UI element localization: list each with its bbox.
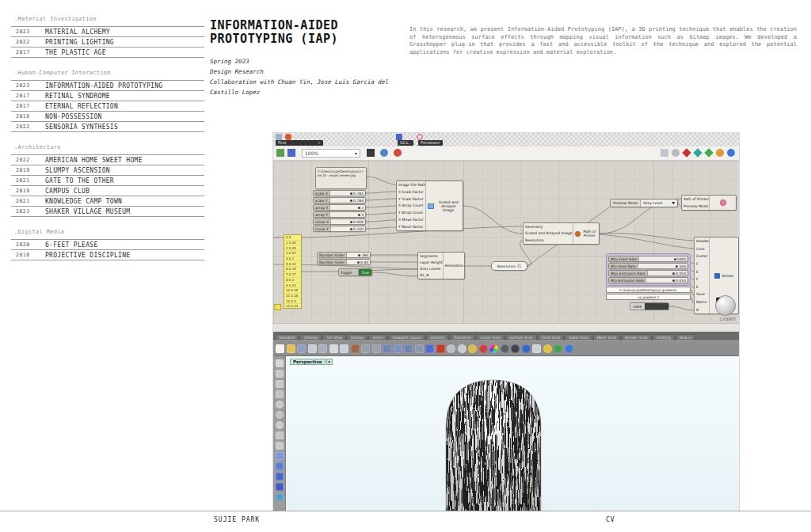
input-port-label[interactable]: Layer Height <box>420 260 443 264</box>
rhino-tab[interactable]: Mesh Tools <box>593 334 620 340</box>
rhino-tab[interactable]: Select <box>368 334 387 340</box>
cut-icon[interactable] <box>318 344 327 353</box>
draw-pen-icon[interactable] <box>394 149 402 157</box>
layers-icon[interactable] <box>532 344 541 353</box>
input-port-label[interactable]: Header <box>696 239 709 243</box>
open-file-icon[interactable] <box>287 344 295 353</box>
lock-icon[interactable] <box>458 344 466 353</box>
circle-icon[interactable] <box>276 401 284 408</box>
grasshopper-canvas[interactable]: C:\Users\sujie\Desktop\arch tex 10 - woo… <box>273 161 739 323</box>
rhino-tab[interactable]: CPlanes <box>299 334 322 340</box>
rhino-viewport[interactable]: Perspective ▾ <box>286 356 739 511</box>
ellipse-icon[interactable] <box>276 421 284 429</box>
component-output[interactable]: Scaled and Arrayed Image <box>425 181 463 230</box>
point-icon[interactable] <box>276 370 284 378</box>
slider-knob-icon[interactable] <box>676 265 678 268</box>
earth-icon[interactable] <box>554 344 562 353</box>
slider-knob-icon[interactable] <box>357 261 360 264</box>
input-port-label[interactable]: F <box>696 277 709 281</box>
rhino-tab[interactable]: New in <box>676 334 695 340</box>
resolution-component[interactable]: SegmentsLayer HeightGrey LevelsGL_N Reso… <box>417 252 465 279</box>
pointer-icon[interactable] <box>276 359 284 367</box>
project-link[interactable]: 2023 SHAKER VILLAGE MUSEUM <box>11 207 204 217</box>
rhino-tab[interactable]: Transform <box>450 334 475 340</box>
input-port-label[interactable]: Y Scale Factor <box>398 197 425 201</box>
curve-icon[interactable] <box>276 390 284 398</box>
mesh-sphere-icon[interactable] <box>276 493 284 501</box>
number-slider[interactable]: Max Extrusion Rate 0.050 <box>608 270 688 276</box>
input-port-label[interactable]: Resolution <box>525 238 573 242</box>
sun-icon[interactable] <box>543 344 552 353</box>
tab-first[interactable]: First + <box>276 140 323 146</box>
minimized-panel-icon[interactable] <box>274 304 281 310</box>
input-port-label[interactable]: E <box>696 285 709 289</box>
slider-knob-icon[interactable] <box>350 200 352 202</box>
zoom-icon[interactable] <box>383 344 391 353</box>
project-link[interactable]: 2022 PRINTING LIGHTING <box>11 37 204 48</box>
add-tab-icon[interactable]: + <box>318 140 321 146</box>
project-link[interactable]: 2022 AMERICAN HOME SWEET HOME <box>11 155 204 165</box>
project-link[interactable]: 2017 ETERNAL REFLECTION <box>11 101 204 112</box>
arc-icon[interactable] <box>276 411 284 419</box>
rhino-tab[interactable]: Viewport Layout <box>388 334 425 340</box>
preview-off-icon[interactable] <box>672 149 680 157</box>
rectangle-icon[interactable] <box>276 431 284 439</box>
sweep-icon[interactable] <box>276 462 284 470</box>
footer-cv-link[interactable]: CV <box>606 516 615 523</box>
preview-eye-icon[interactable] <box>380 149 388 157</box>
slider-knob-icon[interactable] <box>350 228 352 230</box>
project-link[interactable]: 2023 MATERIAL ALCHEMY <box>11 27 204 37</box>
project-link[interactable]: 2019 CAMPUS CLUB <box>11 186 204 196</box>
rhino-tab[interactable]: Standard <box>275 334 299 340</box>
save-path-panel[interactable]: C:\Users\sujie\Desktop\cyl gradients <box>606 287 691 293</box>
color-wheel-icon[interactable] <box>489 344 498 353</box>
gcode-settings-group[interactable]: Max Feed Rate 5000 Min Feed Rate 500 Max… <box>606 253 691 286</box>
number-slider[interactable]: move X 0.000 <box>313 218 366 225</box>
number-slider[interactable]: scale X 0.785 <box>313 190 366 196</box>
solid-box-icon[interactable] <box>276 483 284 491</box>
zoom-window-icon[interactable] <box>404 344 413 353</box>
input-port-label[interactable]: X Move Factor <box>398 218 425 222</box>
paste-icon[interactable] <box>340 344 348 353</box>
slider-knob-icon[interactable] <box>672 272 675 275</box>
input-port-label[interactable]: Path of Printer <box>683 197 709 201</box>
slider-knob-icon[interactable] <box>350 221 352 223</box>
save-toggle-state[interactable] <box>645 303 668 310</box>
component-output[interactable]: Path of Printer <box>573 223 599 244</box>
input-port-label[interactable]: Image File Path <box>398 183 425 187</box>
image-sampler-component[interactable]: Image File PathX Scale FactorY Scale Fac… <box>396 180 463 231</box>
polyline-icon[interactable] <box>276 380 284 388</box>
toggle-state[interactable]: True <box>359 269 371 276</box>
project-link[interactable]: 2021 GATE TO THE OTHER <box>11 176 204 186</box>
rhino-tab[interactable]: Set View <box>322 334 346 340</box>
red-gem-icon[interactable] <box>682 148 691 157</box>
file-name-panel[interactable]: cyl gradient 1 <box>606 294 691 300</box>
surface-icon[interactable] <box>276 452 284 460</box>
zoom-dropdown[interactable]: 100% ▾ <box>302 149 360 158</box>
slider-knob-icon[interactable] <box>358 207 360 209</box>
project-link[interactable]: 2020 6-FEET PLEASE <box>11 240 204 250</box>
rhino-tab[interactable]: Display <box>347 334 368 340</box>
blue-sphere-icon[interactable] <box>522 344 531 353</box>
number-slider[interactable]: move Y 0.100 <box>313 226 366 232</box>
tab-previewer[interactable]: Previewer <box>418 140 443 146</box>
input-port-label[interactable]: Preview Mode <box>683 204 709 208</box>
canvas-compass-widget[interactable] <box>715 295 736 316</box>
tab-gco[interactable]: GCo.. <box>398 140 413 146</box>
number-slider[interactable]: Number Slider 0.40 <box>317 259 371 265</box>
dropdown-icon[interactable]: ▼ <box>672 201 675 205</box>
pan-icon[interactable] <box>372 344 381 353</box>
input-port-label[interactable]: Scaled and Arrayed Image <box>525 231 573 235</box>
resolution-param[interactable]: Resolution <box>491 261 527 271</box>
boolean-toggle[interactable]: Toggle True <box>338 268 372 276</box>
viewport-name[interactable]: Perspective <box>290 359 326 365</box>
number-slider[interactable]: Max Feed Rate 5000 <box>608 256 688 262</box>
slider-knob-icon[interactable] <box>358 254 360 256</box>
project-link[interactable]: 2023 INFORMATION-AIDED PROTOTYPING <box>11 81 204 91</box>
input-port-label[interactable]: X Array Count <box>398 203 425 207</box>
file-path-panel[interactable]: C:\Users\sujie\Desktop\arch tex 10 - woo… <box>315 167 367 189</box>
rhino-tab[interactable]: SubD Tools <box>565 334 592 340</box>
green-gem-icon[interactable] <box>704 148 713 157</box>
number-slider[interactable]: Min Feed Rate 500 <box>608 263 688 269</box>
number-slider[interactable]: Number Slider 280 <box>317 252 371 258</box>
